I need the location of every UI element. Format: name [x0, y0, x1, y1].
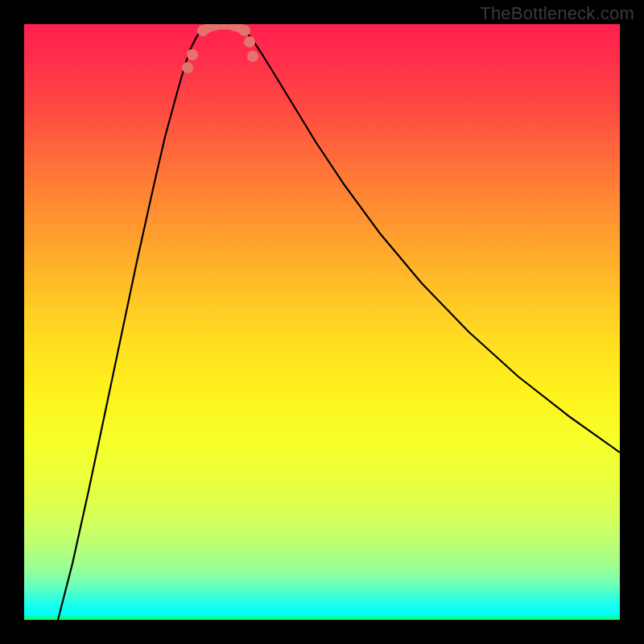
- highlight-dot: [182, 62, 193, 73]
- plot-area: [24, 24, 620, 620]
- bottleneck-curve: [58, 24, 620, 620]
- frame: TheBottleneck.com: [0, 0, 644, 644]
- valley-highlight-dots: [182, 24, 258, 73]
- highlight-dot: [247, 51, 258, 62]
- highlight-dot: [239, 25, 250, 36]
- highlight-dot: [244, 36, 255, 47]
- highlight-dot: [197, 25, 208, 36]
- curve-layer: [24, 24, 620, 620]
- highlight-dot: [187, 49, 198, 60]
- watermark-text: TheBottleneck.com: [480, 3, 634, 24]
